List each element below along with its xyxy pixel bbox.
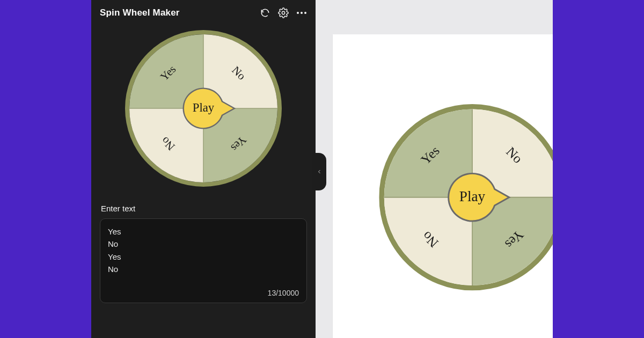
play-label: Play: [459, 188, 486, 204]
canvas-page[interactable]: NoYesNoYesPlay: [333, 34, 553, 338]
entries-value: Yes No Yes No: [108, 225, 299, 275]
spin-wheel-editor[interactable]: NoYesNoYesPlay: [125, 30, 282, 187]
panel-title: Spin Wheel Maker: [100, 8, 180, 18]
svg-point-0: [282, 11, 284, 14]
enter-text-label: Enter text: [101, 204, 306, 213]
side-panel: Spin Wheel Maker NoYesNoYesPlay Enter te: [91, 0, 316, 338]
more-icon[interactable]: [296, 8, 307, 18]
panel-header: Spin Wheel Maker: [100, 8, 307, 18]
gear-icon[interactable]: [278, 8, 289, 18]
collapse-handle[interactable]: [312, 153, 326, 190]
canvas-area[interactable]: NoYesNoYesPlay: [316, 0, 553, 338]
reset-icon[interactable]: [260, 8, 270, 18]
panel-actions: [260, 8, 307, 18]
app-frame: Spin Wheel Maker NoYesNoYesPlay Enter te: [0, 0, 644, 338]
char-counter: 13/10000: [108, 284, 299, 299]
spin-wheel-canvas[interactable]: NoYesNoYesPlay: [379, 104, 553, 290]
play-label: Play: [193, 101, 215, 114]
wheel-editor: NoYesNoYesPlay: [100, 28, 307, 200]
chevron-left-icon: [316, 168, 323, 175]
entries-textarea[interactable]: Yes No Yes No 13/10000: [100, 218, 307, 303]
app-window: Spin Wheel Maker NoYesNoYesPlay Enter te: [91, 0, 553, 338]
